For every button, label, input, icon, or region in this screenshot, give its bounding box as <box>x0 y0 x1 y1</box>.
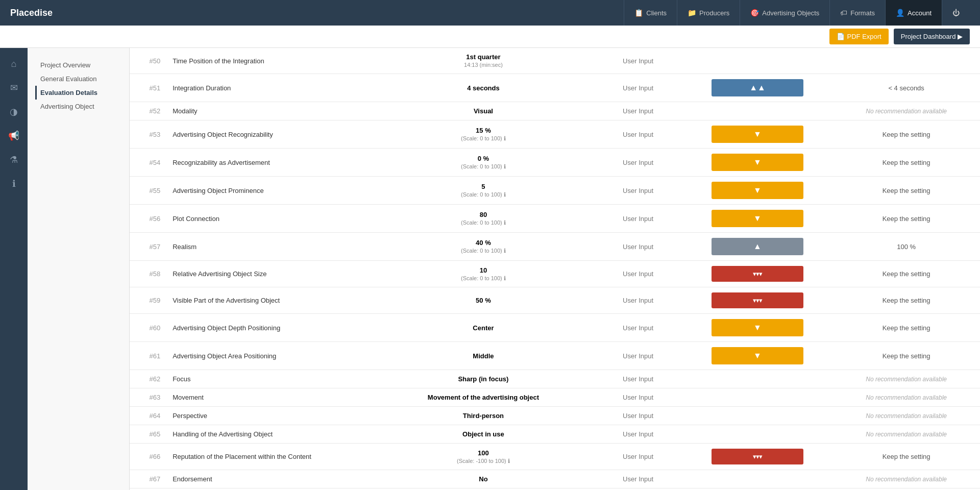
sidebar-icon-home[interactable]: ⌂ <box>3 53 24 75</box>
action-decrease-button[interactable]: ▼ <box>712 319 803 336</box>
nav-item-account[interactable]: 👤 Account <box>885 0 942 26</box>
top-nav: Placedise 📋 Clients 📁 Producers 🎯 Advert… <box>0 0 980 26</box>
row-source: User Input <box>594 149 682 177</box>
row-label: Time Position of the Integration <box>166 48 373 74</box>
row-label: Advertising Object Depth Positioning <box>166 314 373 342</box>
row-source: User Input <box>594 425 682 444</box>
row-label: Realism <box>166 233 373 261</box>
action-decrease-button[interactable]: ▼ <box>712 182 803 199</box>
row-number: #51 <box>130 74 166 102</box>
left-nav-evaluation-details[interactable]: Evaluation Details <box>35 86 121 100</box>
row-source: User Input <box>594 233 682 261</box>
row-action[interactable] <box>682 470 833 488</box>
action-triple-decrease-button[interactable]: ▾▾▾ <box>712 292 803 308</box>
row-value: 1st quarter14:13 (min:sec) <box>373 48 594 74</box>
row-label: Endorsement <box>166 470 373 488</box>
row-recommendation: Keep the setting <box>832 177 980 205</box>
row-source: User Input <box>594 102 682 120</box>
row-action[interactable] <box>682 407 833 425</box>
row-label: Movement <box>166 388 373 407</box>
row-action[interactable]: ▼ <box>682 342 833 370</box>
row-number: #66 <box>130 444 166 470</box>
table-row: #61Advertising Object Area PositioningMi… <box>130 342 980 370</box>
row-action[interactable]: ▼ <box>682 149 833 177</box>
sidebar-icon-chart[interactable]: ◑ <box>3 101 24 122</box>
row-source: User Input <box>594 314 682 342</box>
row-number: #56 <box>130 205 166 233</box>
row-source: User Input <box>594 287 682 314</box>
row-label: Advertising Object Area Positioning <box>166 342 373 370</box>
row-number: #55 <box>130 177 166 205</box>
action-increase-button[interactable]: ▲▲ <box>712 79 803 96</box>
action-increase-grey-button[interactable]: ▲ <box>712 238 803 255</box>
nav-label-clients: Clients <box>646 9 667 17</box>
row-source: User Input <box>594 407 682 425</box>
row-action[interactable]: ▾▾▾ <box>682 261 833 287</box>
row-recommendation: No recommendation available <box>832 407 980 425</box>
row-action[interactable] <box>682 370 833 388</box>
nav-label-producers: Producers <box>699 9 729 17</box>
producers-icon: 📁 <box>688 9 696 17</box>
row-action[interactable] <box>682 388 833 407</box>
row-source: User Input <box>594 74 682 102</box>
left-nav-project-overview[interactable]: Project Overview <box>35 58 121 72</box>
table-row: #56Plot Connection80(Scale: 0 to 100) ℹU… <box>130 205 980 233</box>
row-source: User Input <box>594 48 682 74</box>
row-source: User Input <box>594 261 682 287</box>
left-nav-advertising-object[interactable]: Advertising Object <box>35 100 121 113</box>
nav-item-clients[interactable]: 📋 Clients <box>624 0 677 26</box>
sidebar-icon-mail[interactable]: ✉ <box>3 77 24 99</box>
row-value: 100(Scale: -100 to 100) ℹ <box>373 444 594 470</box>
row-value: Center <box>373 314 594 342</box>
row-action[interactable] <box>682 102 833 120</box>
sidebar-icon-flask[interactable]: ⚗ <box>3 149 24 170</box>
row-action[interactable]: ▼ <box>682 488 833 491</box>
row-action[interactable]: ▾▾▾ <box>682 444 833 470</box>
row-label: Advertising Object Recognizability <box>166 120 373 149</box>
row-source: User Input <box>594 444 682 470</box>
row-label: Reputation of the Placement within the C… <box>166 444 373 470</box>
row-action[interactable]: ▲ <box>682 233 833 261</box>
row-action[interactable]: ▲▲ <box>682 74 833 102</box>
row-action[interactable] <box>682 48 833 74</box>
table-row: #57Realism40 %(Scale: 0 to 100) ℹUser In… <box>130 233 980 261</box>
row-action[interactable]: ▼ <box>682 120 833 149</box>
row-value: 80(Scale: 0 to 100) ℹ <box>373 205 594 233</box>
action-decrease-button[interactable]: ▼ <box>712 154 803 171</box>
row-source: User Input <box>594 120 682 149</box>
row-number: #65 <box>130 425 166 444</box>
row-recommendation: No recommendation available <box>832 102 980 120</box>
action-triple-decrease-button[interactable]: ▾▾▾ <box>712 266 803 282</box>
nav-item-producers[interactable]: 📁 Producers <box>677 0 740 26</box>
action-triple-decrease-button[interactable]: ▾▾▾ <box>712 449 803 464</box>
row-label: Modality <box>166 102 373 120</box>
row-label: Recognizability as Advertisement <box>166 149 373 177</box>
nav-label-formats: Formats <box>850 9 875 17</box>
left-nav: Project Overview General Evaluation Eval… <box>28 48 130 490</box>
row-label: Visible Part of the Advertising Object <box>166 287 373 314</box>
brand-logo: Placedise <box>10 8 53 18</box>
row-action[interactable]: ▼ <box>682 177 833 205</box>
table-row: #64PerspectiveThird-personUser InputNo r… <box>130 407 980 425</box>
project-dashboard-button[interactable]: Project Dashboard ▶ <box>894 29 970 44</box>
row-action[interactable]: ▼ <box>682 205 833 233</box>
row-value: Visual <box>373 102 594 120</box>
row-action[interactable] <box>682 425 833 444</box>
pdf-export-button[interactable]: 📄 PDF Export <box>829 29 889 44</box>
action-decrease-button[interactable]: ▼ <box>712 347 803 364</box>
nav-item-advertising-objects[interactable]: 🎯 Advertising Objects <box>740 0 829 26</box>
row-value: 0 %(Scale: 0 to 100) ℹ <box>373 149 594 177</box>
action-decrease-button[interactable]: ▼ <box>712 210 803 227</box>
row-recommendation: No recommendation available <box>832 470 980 488</box>
row-number: #59 <box>130 287 166 314</box>
left-nav-general-evaluation[interactable]: General Evaluation <box>35 72 121 86</box>
sidebar-icon-info[interactable]: ℹ <box>3 173 24 194</box>
action-decrease-button[interactable]: ▼ <box>712 126 803 143</box>
row-action[interactable]: ▾▾▾ <box>682 287 833 314</box>
row-number: #50 <box>130 48 166 74</box>
nav-item-formats[interactable]: 🏷 Formats <box>829 0 885 26</box>
sidebar-icon-speaker[interactable]: 📢 <box>3 125 24 146</box>
row-action[interactable]: ▼ <box>682 314 833 342</box>
row-recommendation: No recommendation available <box>832 370 980 388</box>
nav-item-power[interactable]: ⏻ <box>942 0 970 26</box>
